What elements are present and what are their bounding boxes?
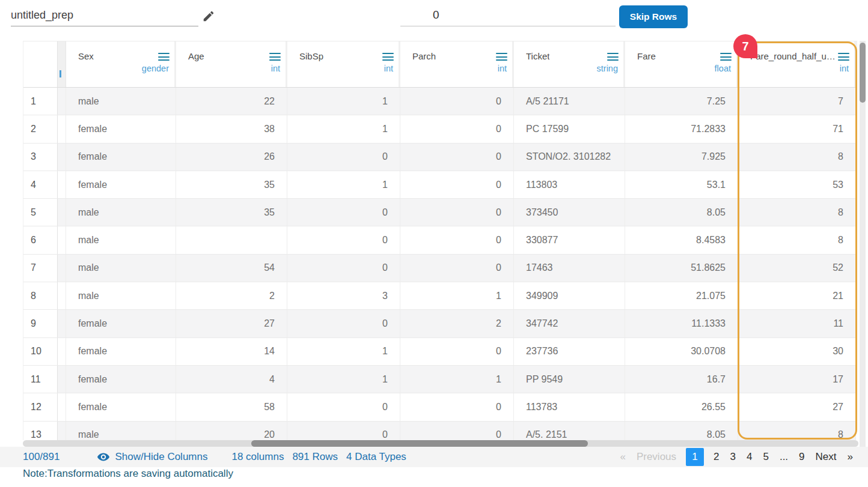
table-cell: 0 — [287, 422, 400, 440]
table-cell: 53.1 — [625, 171, 738, 198]
column-header-parch[interactable]: Parchint — [400, 41, 514, 87]
table-cell: 0 — [400, 422, 514, 440]
table-cell: 17463 — [514, 255, 625, 282]
column-name: SibSp — [299, 51, 323, 61]
page-2[interactable]: 2 — [714, 451, 719, 463]
skip-rows-input[interactable] — [400, 5, 616, 26]
column-menu-icon[interactable] — [607, 51, 619, 63]
row-index: 9 — [23, 310, 58, 337]
table-cell: male — [66, 282, 176, 309]
table-row: 4female351011380353.153 — [23, 171, 857, 199]
column-name: Age — [188, 51, 204, 61]
vertical-scrollbar-thumb[interactable] — [860, 43, 866, 103]
column-menu-icon[interactable] — [496, 51, 507, 63]
row-index: 12 — [23, 393, 58, 420]
column-type-label: float — [637, 64, 732, 73]
column-name: Sex — [78, 51, 94, 61]
table-row: 5male35003734508.058 — [23, 199, 857, 226]
table-cell: 8 — [738, 422, 856, 440]
table-cell: 53 — [738, 171, 856, 198]
row-index: 7 — [23, 255, 58, 282]
table-cell: 349909 — [514, 282, 625, 309]
page-previous[interactable]: Previous — [637, 451, 676, 463]
table-cell: 1 — [287, 171, 400, 198]
column-header-sex[interactable]: Sexgender — [66, 41, 176, 87]
table-cell: 7 — [738, 88, 856, 115]
page-1[interactable]: 1 — [686, 448, 704, 466]
edit-title-icon[interactable] — [202, 10, 215, 23]
prep-title-input[interactable] — [11, 7, 198, 26]
table-cell: 0 — [400, 393, 514, 420]
data-table: SexgenderAgeintSibSpintParchintTicketstr… — [23, 41, 857, 440]
column-menu-icon[interactable] — [838, 51, 849, 63]
horizontal-scrollbar-thumb[interactable] — [251, 440, 588, 447]
row-index: 13 — [23, 422, 58, 440]
column-header-sibsp[interactable]: SibSpint — [287, 41, 400, 87]
table-cell: 0 — [287, 144, 400, 171]
table-cell: 14 — [176, 338, 287, 365]
table-cell: 347742 — [514, 310, 625, 337]
column-menu-icon[interactable] — [269, 51, 281, 63]
rows-stat: 891 Rows — [292, 451, 338, 463]
table-cell: 0 — [400, 226, 514, 253]
table-cell — [176, 226, 287, 253]
row-index-header — [23, 41, 58, 87]
table-cell: 20 — [176, 422, 287, 440]
column-header-age[interactable]: Ageint — [176, 41, 287, 87]
table-cell: male — [66, 226, 176, 253]
column-header-top: Ticket — [526, 51, 619, 63]
table-cell: 51.8625 — [625, 255, 738, 282]
table-row: 9female270234774211.133311 — [23, 310, 857, 337]
table-cell: 35 — [176, 199, 287, 226]
page-5[interactable]: 5 — [763, 451, 768, 463]
column-menu-icon[interactable] — [158, 51, 170, 63]
table-cell: 0 — [287, 310, 400, 337]
table-cell: 0 — [400, 88, 514, 115]
clipped-cell — [58, 199, 66, 226]
clipped-cell — [58, 310, 66, 337]
show-hide-columns-button[interactable]: Show/Hide Columns — [97, 450, 207, 464]
column-menu-icon[interactable] — [382, 51, 394, 63]
page-[interactable]: « — [620, 451, 625, 463]
table-cell: male — [66, 88, 176, 115]
table-cell: male — [66, 422, 176, 440]
skip-rows-button[interactable]: Skip Rows — [619, 5, 688, 28]
clipped-cell — [58, 144, 66, 171]
table-cell: 1 — [287, 338, 400, 365]
table-cell: 0 — [400, 338, 514, 365]
table-cell: female — [66, 366, 176, 393]
horizontal-scrollbar[interactable] — [23, 440, 858, 447]
table-cell: 2 — [176, 282, 287, 309]
clipped-column-header — [58, 41, 66, 87]
row-index: 4 — [23, 171, 58, 198]
page-4[interactable]: 4 — [747, 451, 752, 463]
table-cell: PP 9549 — [514, 366, 625, 393]
column-header-fare[interactable]: Farefloat — [625, 41, 738, 87]
table-cell: 1 — [400, 282, 514, 309]
table-cell: 22 — [176, 88, 287, 115]
page-9[interactable]: 9 — [799, 451, 804, 463]
column-header-top: Fare_round_half_up... — [750, 51, 849, 63]
page-[interactable]: » — [848, 451, 853, 463]
row-index: 8 — [23, 282, 58, 309]
table-cell: 30.0708 — [625, 338, 738, 365]
table-cell: 21 — [738, 282, 856, 309]
table-cell: 0 — [287, 199, 400, 226]
vertical-scrollbar[interactable] — [860, 41, 866, 447]
table-row: 10female141023773630.070830 — [23, 338, 857, 366]
table-cell: 71.2833 — [625, 115, 738, 142]
table-cell: 7.25 — [625, 88, 738, 115]
table-cell: 11 — [738, 310, 856, 337]
table-cell: 1 — [287, 88, 400, 115]
column-menu-icon[interactable] — [720, 51, 732, 63]
page-next[interactable]: Next — [816, 451, 837, 463]
page-3[interactable]: 3 — [730, 451, 736, 463]
table-cell: 8.05 — [625, 199, 738, 226]
column-type-label: int — [412, 64, 507, 73]
table-cell: female — [66, 171, 176, 198]
page-[interactable]: ... — [780, 451, 788, 463]
column-header-ticket[interactable]: Ticketstring — [514, 41, 625, 87]
table-body: 1male2210A/5 211717.2572female3810PC 175… — [23, 88, 857, 440]
column-type-label: int — [188, 64, 281, 73]
table-cell: 0 — [287, 393, 400, 420]
